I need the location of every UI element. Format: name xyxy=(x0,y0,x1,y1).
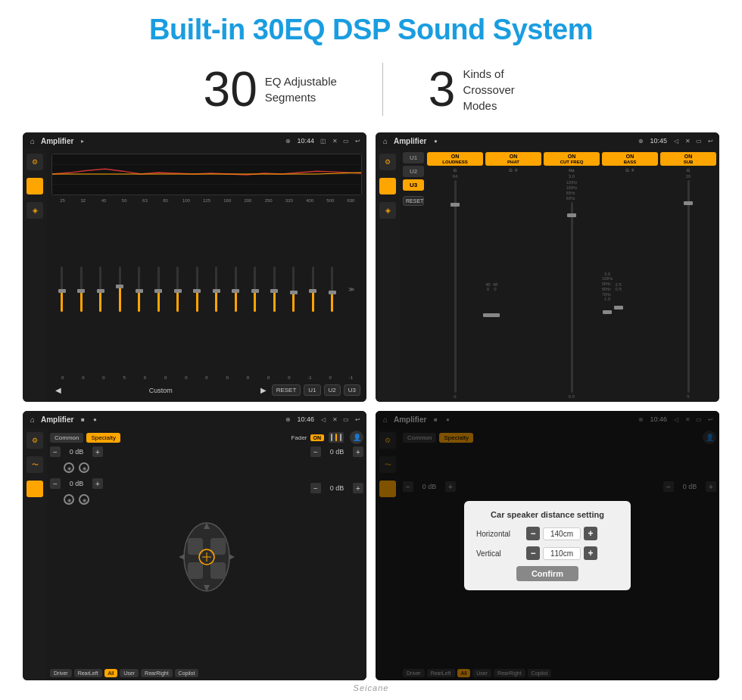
vertical-plus[interactable]: + xyxy=(584,546,597,560)
slider-32[interactable] xyxy=(73,206,91,372)
slider-80[interactable] xyxy=(150,206,168,372)
slider-630[interactable] xyxy=(323,206,341,372)
slider-40[interactable] xyxy=(92,206,110,372)
rect-icon-3: ▭ xyxy=(341,416,351,423)
amp-channels: ONLOUDNESS G 64 0 xyxy=(427,152,716,399)
slider-250[interactable] xyxy=(246,206,264,372)
btn-driver[interactable]: Driver xyxy=(50,669,72,677)
speaker-layout: − 0 dB + ◉ ◉ − 0 dB + xyxy=(50,446,363,667)
fl-minus[interactable]: − xyxy=(50,446,61,457)
next-btn[interactable]: ▶ xyxy=(258,385,269,396)
preset-u3[interactable]: U3 xyxy=(403,179,424,191)
sidebar-eq-btn[interactable]: ⚙ xyxy=(26,154,43,170)
fl-plus[interactable]: + xyxy=(92,446,103,457)
svg-marker-14 xyxy=(179,554,185,560)
screens-grid: ⌂ Amplifier ▸ ⊕ 10:44 ◫ ✕ ▭ ↩ ⚙ 〜 ◈ xyxy=(23,132,719,680)
fr-value: 0 dB xyxy=(323,448,351,456)
sidebar-eq-btn-3[interactable]: ⚙ xyxy=(26,432,43,449)
reset-btn-2[interactable]: RESET xyxy=(403,196,424,206)
prev-btn[interactable]: ◀ xyxy=(53,385,64,396)
u3-btn-1[interactable]: U3 xyxy=(344,384,360,396)
fr-plus[interactable]: + xyxy=(353,446,363,457)
btn-all[interactable]: All xyxy=(104,669,118,677)
vol-icon-2: ◁ xyxy=(672,138,681,145)
rr-minus[interactable]: − xyxy=(310,483,321,493)
sidebar-speaker-btn-3[interactable]: ◈ xyxy=(26,481,43,497)
rear-right-db: − 0 dB + xyxy=(310,483,363,493)
home-icon-2[interactable]: ⌂ xyxy=(380,135,391,146)
slider-100[interactable] xyxy=(169,206,187,372)
btn-user[interactable]: User xyxy=(120,669,139,677)
back-icon-2[interactable]: ↩ xyxy=(706,138,715,145)
stat-crossover-desc: Kinds of Crossover Modes xyxy=(463,66,538,114)
btn-rear-right[interactable]: RearRight xyxy=(141,669,173,677)
eq-freq-labels: 25 32 40 50 63 80 100 125 160 200 250 32… xyxy=(51,198,362,203)
slider-500[interactable] xyxy=(304,206,323,372)
sidebar-speaker-btn-2[interactable]: ◈ xyxy=(379,202,396,219)
stat-eq-desc: EQ Adjustable Segments xyxy=(265,73,337,105)
rr-value: 0 dB xyxy=(323,484,351,492)
slider-25[interactable] xyxy=(53,206,71,372)
confirm-button[interactable]: Confirm xyxy=(516,566,578,581)
ch-loudness-slider[interactable]: 64 0 xyxy=(427,174,483,399)
tab-common[interactable]: Common xyxy=(50,433,83,443)
topbar-time-1: 10:44 xyxy=(297,137,314,145)
fader-slider-icon xyxy=(329,432,344,443)
topbar-icons-1: ⊕ 10:44 ◫ ✕ ▭ ↩ xyxy=(283,137,362,145)
btn-copilot[interactable]: Copilot xyxy=(175,669,199,677)
stat-item-crossover: 3 Kinds of Crossover Modes xyxy=(383,65,585,114)
reset-btn-1[interactable]: RESET xyxy=(272,384,301,396)
slider-200[interactable] xyxy=(227,206,245,372)
fr-minus[interactable]: − xyxy=(310,446,321,457)
slider-400[interactable] xyxy=(285,206,303,372)
x-icon-1: ✕ xyxy=(330,138,339,145)
sidebar-eq-btn-2[interactable]: ⚙ xyxy=(379,154,396,170)
preset-u1[interactable]: U1 xyxy=(403,152,424,163)
horizontal-value[interactable]: 140cm xyxy=(543,527,581,540)
ch-cutfreq-on[interactable]: ONCUT FREQ xyxy=(544,152,600,166)
rl-value: 0 dB xyxy=(63,480,90,487)
home-icon-3[interactable]: ⌂ xyxy=(27,414,38,425)
sidebar-wave-btn-2[interactable]: 〜 xyxy=(379,178,396,194)
fader-on[interactable]: ON xyxy=(310,434,325,441)
rect-icon-1: ▭ xyxy=(341,138,351,145)
ch-cutfreq-slider[interactable]: 3.0 120Hz100Hz80Hz60Hz 0.5 xyxy=(544,174,600,399)
btn-rear-left[interactable]: RearLeft xyxy=(74,669,102,677)
rl-minus[interactable]: − xyxy=(50,478,61,489)
vertical-value[interactable]: 110cm xyxy=(543,547,581,560)
eq-mode-label: Custom xyxy=(67,387,255,394)
sidebar-wave-btn[interactable]: 〜 xyxy=(26,178,43,194)
screen-speaker: ⌂ Amplifier ■ ● ⊕ 10:46 ◁ ✕ ▭ ↩ ⚙ 〜 ◈ xyxy=(23,411,366,680)
ch-phat-on[interactable]: ONPHAT xyxy=(485,152,541,166)
preset-u2[interactable]: U2 xyxy=(403,166,424,177)
ch-phat-sliders: 48 0 48 0 xyxy=(485,174,541,399)
home-icon-1[interactable]: ⌂ xyxy=(27,135,38,146)
slider-125[interactable] xyxy=(189,206,207,372)
rear-left-db: − 0 dB + xyxy=(50,478,103,489)
ch-sub-slider[interactable]: 20 5 xyxy=(660,174,716,399)
slider-160[interactable] xyxy=(207,206,226,372)
u1-btn-1[interactable]: U1 xyxy=(304,384,320,396)
slider-320[interactable] xyxy=(266,206,284,372)
back-icon-3[interactable]: ↩ xyxy=(353,416,362,423)
slider-50[interactable] xyxy=(111,206,129,372)
sidebar-speaker-btn[interactable]: ◈ xyxy=(26,202,43,219)
slider-63[interactable] xyxy=(130,206,148,372)
dialog-horizontal-row: Horizontal − 140cm + xyxy=(476,527,619,540)
horizontal-minus[interactable]: − xyxy=(526,527,540,540)
rl-plus[interactable]: + xyxy=(92,478,103,489)
back-icon-1[interactable]: ↩ xyxy=(353,138,362,145)
screen-dialog: ⌂ Amplifier ■ ● ⊕ 10:46 ◁ ✕ ▭ ↩ ⚙ 〜 ◈ xyxy=(376,411,719,680)
sidebar-wave-btn-3[interactable]: 〜 xyxy=(26,456,43,473)
ch-sub-on[interactable]: ONSUB xyxy=(660,152,716,166)
ch-loudness-on[interactable]: ONLOUDNESS xyxy=(427,152,483,166)
tab-specialty[interactable]: Specialty xyxy=(86,433,120,443)
vol-icon-3: ◁ xyxy=(319,416,328,423)
vertical-minus[interactable]: − xyxy=(526,546,540,560)
ch-bass-on[interactable]: ONBASS xyxy=(602,152,658,166)
expand-arrows[interactable]: ≫ xyxy=(343,206,361,372)
horizontal-plus[interactable]: + xyxy=(584,527,597,540)
fader-label: Fader xyxy=(292,434,307,441)
rr-plus[interactable]: + xyxy=(353,483,363,493)
u2-btn-1[interactable]: U2 xyxy=(324,384,341,396)
